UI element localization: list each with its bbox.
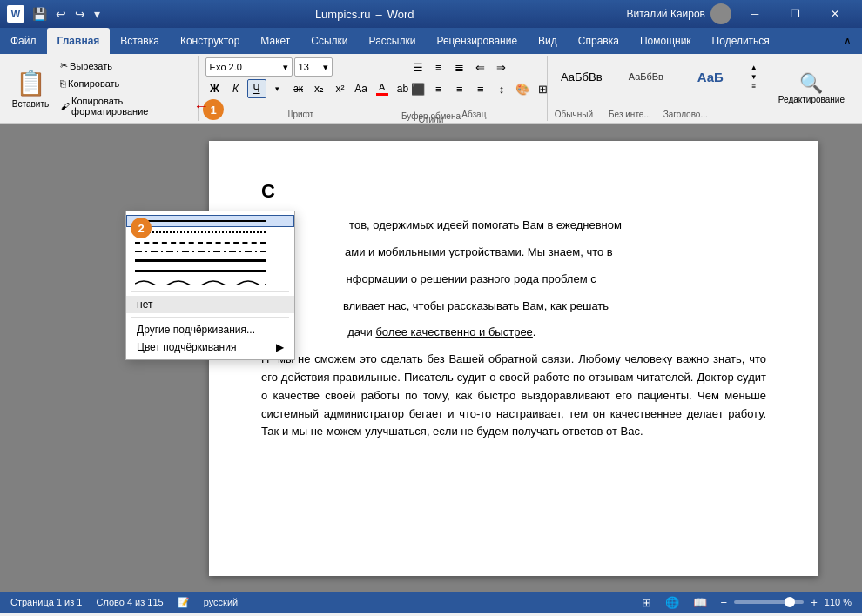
- doc-para-2: к ами и мобильными устройствами. Мы знае…: [261, 244, 766, 262]
- doc-para-6: Н мы не сможем это сделать без Вашей обр…: [261, 351, 766, 441]
- tab-home[interactable]: Главная: [47, 28, 111, 54]
- dashdot-line: [135, 251, 266, 252]
- shading-button[interactable]: 🎨: [513, 79, 532, 98]
- paste-button[interactable]: 📋 Вставить: [7, 57, 54, 119]
- tab-constructor[interactable]: Конструктор: [170, 28, 250, 54]
- font-size-select[interactable]: 13 ▾: [294, 57, 333, 77]
- paste-label: Вставить: [12, 99, 49, 109]
- cut-label: Вырезать: [70, 61, 112, 71]
- editing-button[interactable]: 🔍 Редактирование: [771, 69, 852, 108]
- underline-option-none[interactable]: нет: [126, 296, 294, 313]
- underline-option-solid[interactable]: [126, 215, 294, 227]
- language-status: русский: [204, 597, 238, 608]
- paragraph-group-label: Абзац: [461, 110, 486, 119]
- italic-button[interactable]: К: [226, 79, 246, 98]
- styles-row: АаБбВв АаБбВв АаБ ▲ ▼ ≡: [551, 57, 760, 108]
- tab-file[interactable]: Файл: [0, 28, 47, 54]
- zoom-in-button[interactable]: +: [807, 594, 821, 611]
- style-scroll-more[interactable]: ≡: [748, 82, 760, 90]
- tab-help[interactable]: Справка: [568, 28, 630, 54]
- dotted-line: [135, 231, 266, 233]
- font-name-row: Exo 2.0 ▾ 13 ▾: [205, 57, 333, 77]
- superscript-button[interactable]: x²: [331, 79, 350, 98]
- bullets-button[interactable]: ☰: [408, 57, 428, 77]
- align-center-button[interactable]: ≡: [429, 79, 448, 98]
- style-scroll-down[interactable]: ▼: [748, 72, 760, 81]
- tab-share[interactable]: Поделиться: [702, 28, 780, 54]
- copy-label: Копировать: [68, 78, 119, 89]
- underline-button[interactable]: Ч: [247, 79, 266, 98]
- align-right-button[interactable]: ≡: [450, 79, 469, 98]
- editing-group: 🔍 Редактирование: [764, 56, 859, 121]
- document-area: 2: [0, 124, 862, 592]
- zoom-thumb[interactable]: [785, 597, 795, 607]
- underline-option-wave[interactable]: [126, 276, 294, 288]
- customize-icon[interactable]: ▾: [91, 5, 103, 23]
- minimize-button[interactable]: ─: [735, 0, 775, 28]
- underline-dropdown-button[interactable]: ▾: [268, 79, 287, 98]
- filename-label: Lumpics.ru: [315, 8, 371, 21]
- none-label: нет: [137, 298, 152, 311]
- copy-icon: ⎘: [60, 78, 66, 89]
- tab-review[interactable]: Рецензирование: [426, 28, 528, 54]
- more-underlines-button[interactable]: Другие подчёркивания...: [126, 321, 294, 338]
- redo-icon[interactable]: ↪: [72, 5, 88, 23]
- font-color-bar: [376, 93, 388, 96]
- editing-icon: 🔍: [799, 72, 823, 95]
- multilevel-button[interactable]: ≣: [450, 57, 469, 77]
- copy-button[interactable]: ⎘ Копировать: [57, 77, 190, 90]
- user-avatar[interactable]: [710, 3, 731, 24]
- style-normal[interactable]: АаБбВв: [551, 68, 612, 86]
- tab-mailings[interactable]: Рассылки: [359, 28, 427, 54]
- zoom-out-button[interactable]: −: [717, 594, 731, 611]
- ribbon: Файл Главная Вставка Конструктор Макет С…: [0, 28, 862, 124]
- read-view-button[interactable]: 📖: [690, 594, 710, 611]
- undo-icon[interactable]: ↩: [53, 5, 69, 23]
- tab-view[interactable]: Вид: [528, 28, 568, 54]
- font-color-button[interactable]: A: [373, 79, 392, 98]
- underline-option-double[interactable]: [126, 266, 294, 276]
- layout-view-button[interactable]: ⊞: [638, 594, 655, 611]
- bold-button[interactable]: Ж: [205, 79, 225, 98]
- zoom-slider[interactable]: [734, 600, 804, 604]
- tab-links[interactable]: Ссылки: [300, 28, 358, 54]
- submenu-arrow: ▶: [276, 341, 284, 353]
- clear-format-button[interactable]: Aa: [352, 79, 371, 98]
- format-painter-button[interactable]: 🖌 Копировать форматирование: [57, 95, 190, 117]
- web-view-button[interactable]: 🌐: [662, 594, 683, 611]
- title-bar-left: W 💾 ↩ ↪ ▾: [7, 5, 103, 23]
- justify-button[interactable]: ≡: [471, 79, 490, 98]
- underline-option-dashed[interactable]: [126, 238, 294, 248]
- borders-button[interactable]: ⊞: [534, 79, 553, 98]
- style-no-spacing[interactable]: АаБбВв: [616, 69, 677, 84]
- font-name-select[interactable]: Exo 2.0 ▾: [205, 57, 293, 77]
- decrease-indent-button[interactable]: ⇐: [471, 57, 490, 77]
- close-button[interactable]: ✕: [815, 0, 855, 28]
- arrow-indicator: ←: [193, 97, 209, 116]
- save-icon[interactable]: 💾: [30, 5, 50, 23]
- underline-option-thick[interactable]: [126, 255, 294, 266]
- strikethrough-button[interactable]: зк: [289, 79, 308, 98]
- numbering-button[interactable]: ≡: [429, 57, 448, 77]
- increase-indent-button[interactable]: ⇒: [492, 57, 511, 77]
- tab-assistant[interactable]: Помощник: [630, 28, 702, 54]
- underline-dropdown[interactable]: нет Другие подчёркивания... Цвет подчёрк…: [125, 211, 295, 360]
- line-spacing-button[interactable]: ↕: [492, 79, 511, 98]
- app-name: Word: [387, 8, 414, 21]
- tab-layout[interactable]: Макет: [250, 28, 300, 54]
- style-heading[interactable]: АаБ: [680, 67, 741, 87]
- subscript-button[interactable]: x₂: [310, 79, 329, 98]
- align-left-button[interactable]: ⬛: [408, 79, 428, 98]
- dropdown-separator: [131, 291, 289, 292]
- underline-color-button[interactable]: Цвет подчёркивания ▶: [126, 338, 294, 356]
- underline-option-dashdot[interactable]: [126, 248, 294, 255]
- ribbon-content: 📋 Вставить ✂ Вырезать ⎘ Копировать 🖌 Коп…: [0, 54, 862, 124]
- clipboard-right: ✂ Вырезать ⎘ Копировать 🖌 Копировать фор…: [54, 57, 193, 119]
- ribbon-collapse-button[interactable]: ∧: [840, 31, 855, 50]
- user-name: Виталий Каиров: [626, 8, 705, 20]
- cut-button[interactable]: ✂ Вырезать: [57, 59, 190, 72]
- tab-insert[interactable]: Вставка: [110, 28, 170, 54]
- status-right: ⊞ 🌐 📖 − + 110 %: [638, 594, 852, 611]
- style-scroll-up[interactable]: ▲: [748, 63, 760, 71]
- restore-button[interactable]: ❐: [775, 0, 815, 28]
